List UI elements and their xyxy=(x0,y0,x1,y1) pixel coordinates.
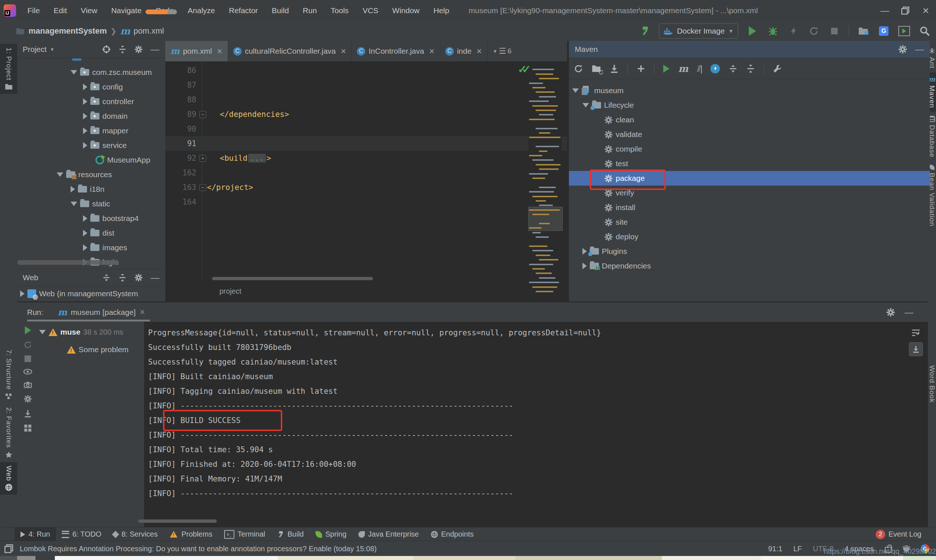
stripe-favorites-button[interactable]: 2: Favorites xyxy=(0,404,17,462)
maven-goal-install[interactable]: install xyxy=(569,200,930,215)
capture-snapshot-icon[interactable] xyxy=(24,382,32,388)
tab-pom-xml[interactable]: m pom.xml ✕ xyxy=(165,41,228,62)
run-tab-museum-package[interactable]: m museum [package] ✕ xyxy=(58,308,145,317)
toolwindow-build-button[interactable]: Build xyxy=(271,528,309,541)
download-sources-icon[interactable] xyxy=(610,64,618,73)
show-passed-eye-icon[interactable] xyxy=(23,369,32,375)
hidden-tabs-button[interactable]: ▼ ☰ 6 xyxy=(488,41,517,62)
soft-wrap-icon[interactable] xyxy=(911,328,920,337)
stripe-web-button[interactable]: Web xyxy=(0,462,17,495)
hide-panel-icon[interactable]: — xyxy=(905,307,913,317)
project-panel-title[interactable]: Project xyxy=(23,45,46,54)
maven-goal-compile[interactable]: compile xyxy=(569,142,930,156)
layout-grid-icon[interactable] xyxy=(24,424,32,432)
menu-navigate[interactable]: Navigate xyxy=(104,6,148,15)
skip-tests-icon[interactable]: ⫽| xyxy=(697,63,702,74)
inspections-ok-check-icon[interactable]: ✓✓ xyxy=(518,63,526,75)
locate-file-icon[interactable] xyxy=(102,45,110,53)
maven-project-row[interactable]: m museum xyxy=(569,83,930,98)
tree-item-package[interactable]: service xyxy=(17,138,165,153)
menu-edit[interactable]: Edit xyxy=(47,6,74,15)
project-structure-icon[interactable] xyxy=(857,25,870,37)
hide-panel-icon[interactable]: — xyxy=(151,272,159,283)
offline-mode-icon[interactable] xyxy=(711,64,720,74)
collapse-all-icon[interactable] xyxy=(746,64,755,73)
coverage-button[interactable] xyxy=(787,25,800,37)
tab-index[interactable]: C inde ✕ xyxy=(440,41,488,62)
stop-button[interactable] xyxy=(828,25,840,37)
expand-all-icon[interactable] xyxy=(729,64,737,73)
gear-icon[interactable] xyxy=(898,45,907,54)
build-hammer-icon[interactable] xyxy=(638,25,651,37)
run-button[interactable] xyxy=(746,25,759,37)
stripe-project-button[interactable]: 1: Project xyxy=(0,44,17,94)
maven-dependencies-row[interactable]: Dependencies xyxy=(569,258,930,273)
tree-item-class[interactable]: MuseumApp xyxy=(17,153,165,167)
tree-item-package[interactable]: config xyxy=(17,80,165,94)
menu-file[interactable]: File xyxy=(20,6,47,15)
run-configuration-select[interactable]: Docker Image ▼ xyxy=(659,23,738,39)
toolwindow-terminal-button[interactable]: >_ Terminal xyxy=(218,528,271,541)
test-settings-gear-icon[interactable] xyxy=(24,395,32,403)
maven-goal-test[interactable]: test xyxy=(569,156,930,171)
fold-expand-icon[interactable]: + xyxy=(199,155,206,162)
toolwindow-switcher-icon[interactable] xyxy=(5,544,13,553)
toolwindow-java-enterprise-button[interactable]: Java Enterprise xyxy=(352,528,425,541)
profiler-button[interactable] xyxy=(808,25,820,37)
maven-goal-deploy[interactable]: deploy xyxy=(569,229,930,244)
tree-item-package[interactable]: domain xyxy=(17,109,165,123)
menu-window[interactable]: Window xyxy=(386,6,427,15)
tab-in-controller[interactable]: C InController.java ✕ xyxy=(352,41,440,62)
project-horizontal-scrollbar[interactable] xyxy=(17,260,119,265)
collapse-all-icon[interactable] xyxy=(119,274,126,282)
tree-item-package[interactable]: com.zsc.museum xyxy=(17,65,165,80)
menu-analyze[interactable]: Analyze xyxy=(180,6,222,15)
hide-panel-icon[interactable]: — xyxy=(915,44,924,54)
fold-collapse-icon[interactable]: − xyxy=(199,111,206,118)
maven-settings-wrench-icon[interactable] xyxy=(773,64,782,73)
toolwindow-run-button[interactable]: 4: Run xyxy=(15,528,56,541)
restore-button[interactable] xyxy=(895,3,916,18)
collapse-all-icon[interactable] xyxy=(119,45,126,53)
maven-plugins-row[interactable]: Plugins xyxy=(569,244,930,258)
maven-lifecycle-row[interactable]: Lifecycle xyxy=(569,98,930,112)
event-log-button[interactable]: 2 Event Log xyxy=(870,528,936,541)
gear-icon[interactable] xyxy=(886,308,895,317)
editor-breadcrumb[interactable]: project xyxy=(219,287,241,295)
status-message[interactable]: Lombok Requires Annotation Processing: D… xyxy=(20,545,376,553)
menu-vcs[interactable]: VCS xyxy=(356,6,386,15)
close-icon[interactable]: ✕ xyxy=(341,47,346,55)
toolwindow-problems-button[interactable]: Problems xyxy=(163,528,218,541)
tree-item-folder[interactable]: i18n xyxy=(17,182,165,197)
stripe-structure-button[interactable]: 7: Structure xyxy=(0,346,17,404)
breadcrumb-project[interactable]: managementSystem xyxy=(29,26,107,36)
tab-cultural-relic-controller[interactable]: C culturalRelicController.java ✕ xyxy=(228,41,352,62)
menu-help[interactable]: Help xyxy=(427,6,456,15)
stripe-wordbook-button[interactable]: Word Book xyxy=(928,362,936,406)
minimize-button[interactable]: — xyxy=(874,3,895,18)
tree-item-folder[interactable]: dist xyxy=(17,226,165,240)
toolwindow-services-button[interactable]: 8: Services xyxy=(107,528,163,541)
tree-item-folder[interactable]: bootstrap4 xyxy=(17,211,165,226)
maven-panel-title[interactable]: Maven xyxy=(575,45,598,54)
run-anything-icon[interactable] xyxy=(898,25,910,37)
tree-item-package[interactable]: mapper xyxy=(17,123,165,138)
folded-region[interactable]: ... xyxy=(248,154,266,163)
reimport-icon[interactable] xyxy=(574,64,583,73)
toolwindow-todo-button[interactable]: 6: TODO xyxy=(56,528,107,541)
fold-collapse-icon[interactable]: − xyxy=(199,184,206,191)
toolwindow-endpoints-button[interactable]: Endpoints xyxy=(425,528,480,541)
tree-item-folder[interactable]: images xyxy=(17,240,165,255)
expand-all-icon[interactable] xyxy=(102,274,110,282)
editor-code[interactable]: 86 87 88 89−</dependencies> 90 91 92+<bu… xyxy=(165,63,567,209)
gear-icon[interactable] xyxy=(134,274,143,282)
run-maven-goal-icon[interactable] xyxy=(663,65,669,73)
close-icon[interactable]: ✕ xyxy=(139,308,145,316)
tree-item-folder[interactable]: resources xyxy=(17,167,165,182)
close-icon[interactable]: ✕ xyxy=(476,47,482,55)
close-button[interactable]: × xyxy=(916,3,936,18)
scroll-to-end-button[interactable] xyxy=(909,342,923,356)
caret-position[interactable]: 91:1 xyxy=(768,545,782,553)
menu-view[interactable]: View xyxy=(74,6,104,15)
hide-panel-icon[interactable]: — xyxy=(151,44,159,54)
